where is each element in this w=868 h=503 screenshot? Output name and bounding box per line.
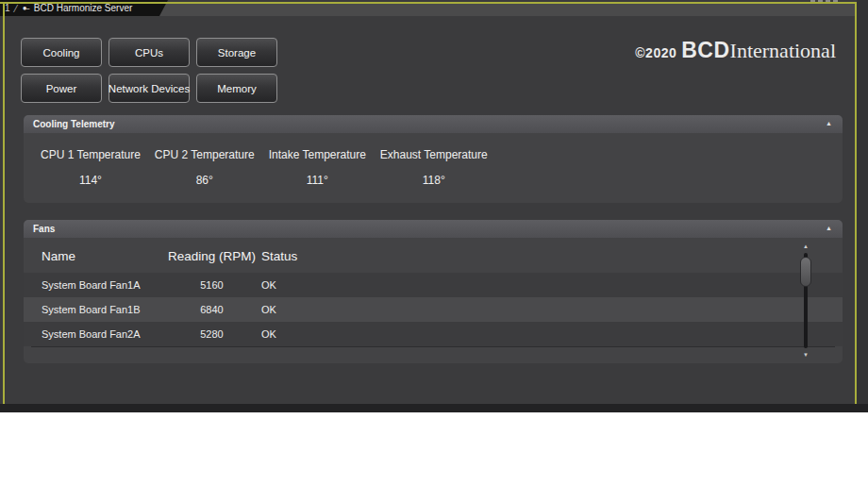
- scrollbar-thumb[interactable]: [800, 257, 811, 287]
- screen: 1 / ●-- BCD Harmonize Server Cooling CPU…: [0, 0, 868, 503]
- fans-body: Name Reading (RPM) Status System Board F…: [24, 238, 843, 363]
- metric-exhaust-temperature: Exhaust Temperature 118°: [380, 148, 488, 187]
- table-row[interactable]: System Board Fan1A 5160 OK: [24, 273, 843, 297]
- fan-status: OK: [261, 279, 843, 291]
- temperature-metrics: CPU 1 Temperature 114° CPU 2 Temperature…: [24, 133, 843, 187]
- fan-reading: 5160: [162, 279, 261, 291]
- metric-value: 118°: [423, 174, 445, 187]
- fan-status: OK: [261, 304, 843, 315]
- metric-intake-temperature: Intake Temperature 111°: [269, 148, 366, 187]
- tab-title: BCD Harmonize Server: [34, 3, 132, 13]
- window-edge-right: [857, 0, 868, 412]
- fans-header[interactable]: Fans ▲: [24, 220, 843, 238]
- table-row[interactable]: System Board Fan2A 5280 OK: [24, 322, 843, 346]
- metric-value: 114°: [79, 174, 102, 187]
- metric-value: 111°: [307, 174, 328, 187]
- nav-button-storage[interactable]: Storage: [196, 38, 277, 67]
- logo-copyright: ©2020: [635, 45, 676, 60]
- metric-cpu1-temperature: CPU 1 Temperature 114°: [41, 148, 141, 187]
- metric-value: 86°: [196, 174, 213, 187]
- fan-table-rows: System Board Fan1A 5160 OK System Board …: [24, 273, 843, 346]
- metric-label: Intake Temperature: [269, 148, 366, 161]
- brand-logo: ©2020 BCD International: [635, 38, 836, 63]
- cooling-telemetry-panel: Cooling Telemetry ▲ CPU 1 Temperature 11…: [24, 115, 843, 203]
- nav-button-network-devices[interactable]: Network Devices: [108, 74, 190, 103]
- scroll-down-icon[interactable]: ▼: [803, 352, 809, 358]
- window-edge-bottom: [0, 404, 868, 412]
- server-tab-icon: ●--: [23, 4, 34, 12]
- column-header-reading: Reading (RPM): [162, 249, 261, 263]
- column-header-status: Status: [261, 249, 843, 263]
- logo-brand-bold: BCD: [681, 38, 729, 63]
- fan-name: System Board Fan1B: [42, 304, 162, 315]
- fan-name: System Board Fan2A: [42, 328, 162, 340]
- fans-panel: Fans ▲ Name Reading (RPM) Status System …: [24, 220, 843, 363]
- metric-label: Exhaust Temperature: [380, 148, 488, 161]
- scroll-up-icon[interactable]: ▲: [803, 243, 809, 249]
- fan-table: Name Reading (RPM) Status System Board F…: [24, 239, 843, 347]
- nav-button-grid: Cooling CPUs Storage Power Network Devic…: [21, 38, 277, 103]
- column-header-name: Name: [42, 249, 162, 263]
- table-end-divider: [31, 346, 835, 347]
- titlebar: 1 / ●-- BCD Harmonize Server: [5, 4, 855, 16]
- metric-label: CPU 2 Temperature: [155, 148, 255, 161]
- cooling-telemetry-body: CPU 1 Temperature 114° CPU 2 Temperature…: [24, 133, 843, 203]
- fan-status: OK: [261, 328, 843, 340]
- logo-brand-serif: International: [730, 39, 836, 63]
- cooling-telemetry-header[interactable]: Cooling Telemetry ▲: [24, 115, 843, 133]
- fan-name: System Board Fan1A: [42, 279, 162, 291]
- collapse-up-icon[interactable]: ▲: [826, 120, 832, 126]
- table-row[interactable]: System Board Fan1B 6840 OK: [24, 297, 843, 322]
- collapse-up-icon[interactable]: ▲: [826, 225, 832, 231]
- window-border-left: [3, 2, 5, 404]
- window-border-top: [0, 2, 857, 4]
- nav-button-cooling[interactable]: Cooling: [21, 38, 102, 67]
- metric-label: CPU 1 Temperature: [41, 148, 141, 161]
- fan-reading: 6840: [162, 304, 261, 315]
- nav-button-memory[interactable]: Memory: [196, 74, 277, 103]
- fans-scrollbar: ▲ ▼: [799, 243, 812, 358]
- app-window: 1 / ●-- BCD Harmonize Server Cooling CPU…: [0, 0, 868, 412]
- nav-button-cpus[interactable]: CPUs: [108, 38, 190, 67]
- fan-table-header: Name Reading (RPM) Status: [24, 239, 843, 273]
- cooling-telemetry-title: Cooling Telemetry: [24, 119, 115, 129]
- metric-cpu2-temperature: CPU 2 Temperature 86°: [155, 148, 255, 187]
- nav-button-power[interactable]: Power: [21, 74, 102, 103]
- fan-reading: 5280: [162, 328, 261, 340]
- fans-title: Fans: [24, 224, 55, 234]
